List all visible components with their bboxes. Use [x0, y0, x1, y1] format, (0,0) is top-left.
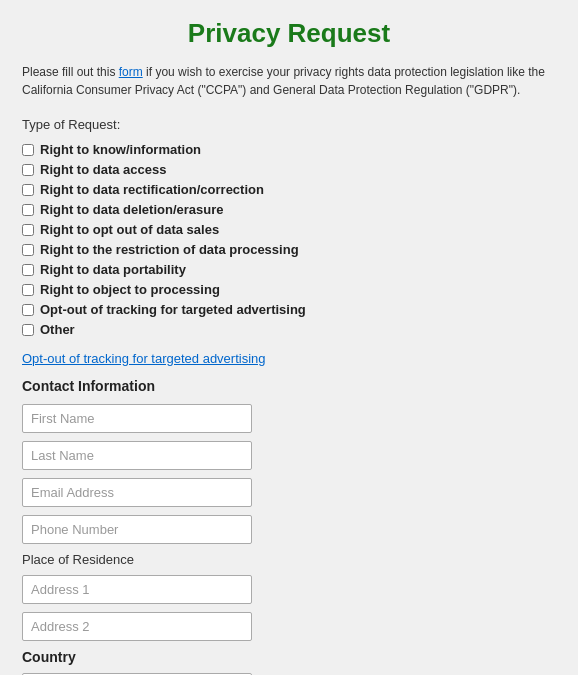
- checkbox-label-other: Other: [40, 322, 75, 337]
- opt-out-tracking-link[interactable]: Opt-out of tracking for targeted adverti…: [22, 351, 556, 366]
- checkbox-object[interactable]: [22, 284, 34, 296]
- address2-input[interactable]: [22, 612, 252, 641]
- checkbox-other[interactable]: [22, 324, 34, 336]
- country-label: Country: [22, 649, 556, 665]
- form-link[interactable]: form: [119, 65, 143, 79]
- checkbox-label-opt-out-sales: Right to opt out of data sales: [40, 222, 219, 237]
- list-item: Right to know/information: [22, 142, 556, 157]
- contact-info-title: Contact Information: [22, 378, 556, 394]
- list-item: Opt-out of tracking for targeted adverti…: [22, 302, 556, 317]
- list-item: Right to data rectification/correction: [22, 182, 556, 197]
- first-name-input[interactable]: [22, 404, 252, 433]
- checkbox-label-portability: Right to data portability: [40, 262, 186, 277]
- list-item: Right to data deletion/erasure: [22, 202, 556, 217]
- list-item: Right to data portability: [22, 262, 556, 277]
- checkbox-deletion[interactable]: [22, 204, 34, 216]
- checkbox-label-deletion: Right to data deletion/erasure: [40, 202, 223, 217]
- list-item: Right to the restriction of data process…: [22, 242, 556, 257]
- checkbox-label-opt-out-tracking: Opt-out of tracking for targeted adverti…: [40, 302, 306, 317]
- list-item: Right to opt out of data sales: [22, 222, 556, 237]
- checkbox-portability[interactable]: [22, 264, 34, 276]
- checkbox-know-info[interactable]: [22, 144, 34, 156]
- checkbox-opt-out-tracking[interactable]: [22, 304, 34, 316]
- checkbox-label-data-access: Right to data access: [40, 162, 166, 177]
- checkbox-rectification[interactable]: [22, 184, 34, 196]
- address1-input[interactable]: [22, 575, 252, 604]
- list-item: Other: [22, 322, 556, 337]
- checkbox-label-object: Right to object to processing: [40, 282, 220, 297]
- checkbox-data-access[interactable]: [22, 164, 34, 176]
- page-title: Privacy Request: [22, 18, 556, 49]
- checkbox-restriction[interactable]: [22, 244, 34, 256]
- intro-text: Please fill out this form if you wish to…: [22, 63, 556, 99]
- checkbox-label-know-info: Right to know/information: [40, 142, 201, 157]
- phone-input[interactable]: [22, 515, 252, 544]
- list-item: Right to object to processing: [22, 282, 556, 297]
- checkbox-label-rectification: Right to data rectification/correction: [40, 182, 264, 197]
- list-item: Right to data access: [22, 162, 556, 177]
- checkbox-label-restriction: Right to the restriction of data process…: [40, 242, 299, 257]
- checkbox-opt-out-sales[interactable]: [22, 224, 34, 236]
- email-input[interactable]: [22, 478, 252, 507]
- checkbox-list: Right to know/information Right to data …: [22, 142, 556, 337]
- place-of-residence-label: Place of Residence: [22, 552, 556, 567]
- request-type-label: Type of Request:: [22, 117, 556, 132]
- page-container: Privacy Request Please fill out this for…: [0, 0, 578, 675]
- last-name-input[interactable]: [22, 441, 252, 470]
